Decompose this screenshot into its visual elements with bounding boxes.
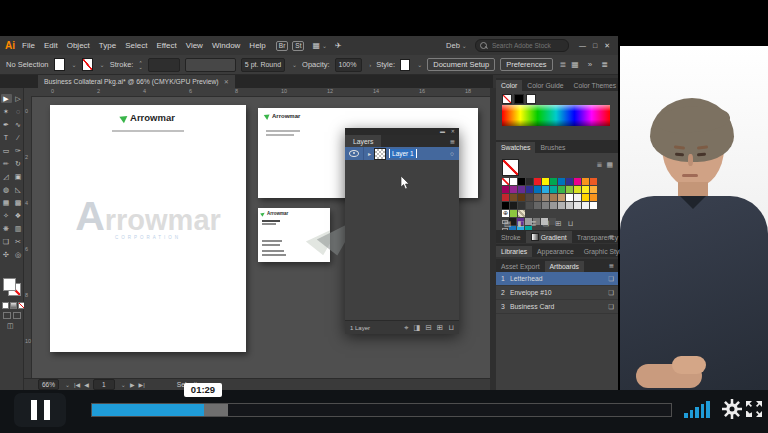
swatch[interactable] <box>574 178 581 185</box>
progress-track[interactable] <box>91 403 672 417</box>
white-chip[interactable] <box>526 94 536 104</box>
swatch[interactable] <box>502 202 509 209</box>
swatch[interactable] <box>534 194 541 201</box>
new-layer-icon[interactable]: ⊞ <box>437 323 443 333</box>
hand-tool[interactable]: ✣ <box>1 250 12 259</box>
panel-menu-icon[interactable]: ≣ <box>609 233 614 241</box>
swatch[interactable] <box>510 202 517 209</box>
fill-proxy-swatch[interactable] <box>3 278 16 291</box>
swatch[interactable] <box>590 178 597 185</box>
tab-brushes[interactable]: Brushes <box>535 142 570 153</box>
brush-definition-dropdown[interactable]: 5 pt. Round <box>241 58 285 72</box>
style-swatch[interactable] <box>400 59 410 71</box>
gradient-mode-icon[interactable] <box>10 302 17 309</box>
none-color-chip[interactable] <box>502 94 512 104</box>
swatch[interactable] <box>574 202 581 209</box>
swatch[interactable] <box>510 178 517 185</box>
close-panel-icon[interactable]: ✕ <box>451 128 455 134</box>
swatch[interactable] <box>550 194 557 201</box>
delete-swatch-icon[interactable]: ⊔ <box>568 219 574 228</box>
swatch[interactable] <box>534 178 541 185</box>
workspace-grid-icon[interactable]: ▦ <box>571 60 579 69</box>
color-mode-icon[interactable] <box>2 302 9 309</box>
swatch[interactable] <box>510 194 517 201</box>
pause-button[interactable] <box>14 393 66 427</box>
close-tab-icon[interactable]: ✕ <box>224 78 229 85</box>
swatch[interactable] <box>542 194 549 201</box>
fill-color-swatch[interactable] <box>54 58 65 71</box>
swatch[interactable] <box>542 202 549 209</box>
swatch-options-icon[interactable]: ≣ <box>530 219 536 228</box>
artboard-item-letterhead[interactable]: 1Letterhead❏ <box>496 272 618 286</box>
align-options-icon[interactable]: ≣ <box>560 60 567 69</box>
swatch[interactable] <box>518 186 525 193</box>
swatch[interactable] <box>542 178 549 185</box>
menu-effect[interactable]: Effect <box>156 41 176 50</box>
share-icon[interactable]: ✈ <box>335 41 342 50</box>
swatch-kinds-icon[interactable]: ◧ <box>517 219 524 228</box>
swatch[interactable] <box>550 186 557 193</box>
menu-window[interactable]: Window <box>212 41 240 50</box>
tab-color[interactable]: Color <box>496 80 522 91</box>
layer-target-icon[interactable]: ○ <box>450 150 454 157</box>
rotate-tool[interactable]: ↻ <box>13 159 24 168</box>
swatch[interactable] <box>518 194 525 201</box>
swatch[interactable] <box>502 186 509 193</box>
type-tool[interactable]: T <box>1 133 12 142</box>
tab-swatches[interactable]: Swatches <box>496 142 535 153</box>
new-sublayer-icon[interactable]: ⊟ <box>426 323 432 333</box>
minimize-button[interactable]: — <box>579 42 586 50</box>
artboard-nav-field[interactable]: 1 <box>93 379 115 390</box>
perspective-grid-tool[interactable]: ◺ <box>13 185 24 194</box>
swatch-libraries-icon[interactable]: ▤ <box>504 219 511 228</box>
swatch[interactable] <box>558 186 565 193</box>
artboard-item-envelope-10[interactable]: 2Envelope #10❏ <box>496 286 618 300</box>
curvature-tool[interactable]: ∿ <box>13 120 24 129</box>
swatch[interactable] <box>582 178 589 185</box>
swatch[interactable] <box>574 194 581 201</box>
document-tab[interactable]: Business Collateral Pkg.ai* @ 66% (CMYK/… <box>38 75 235 88</box>
swatch[interactable] <box>574 186 581 193</box>
swatch[interactable] <box>566 202 573 209</box>
selection-tool[interactable]: ▶ <box>1 94 12 103</box>
expand-layer-icon[interactable]: ▸ <box>368 150 371 157</box>
menu-object[interactable]: Object <box>67 41 90 50</box>
swatch[interactable] <box>558 194 565 201</box>
locate-object-icon[interactable]: ⌖ <box>404 323 408 333</box>
lasso-tool[interactable]: ◌ <box>13 107 24 116</box>
menu-view[interactable]: View <box>186 41 203 50</box>
variable-width-dropdown[interactable] <box>185 58 236 72</box>
previous-artboard-icon[interactable]: ◀ <box>84 381 89 388</box>
layer-name-field[interactable]: Layer 1 <box>389 149 417 158</box>
color-spectrum-bar[interactable] <box>502 105 610 126</box>
search-box[interactable] <box>475 39 569 52</box>
menu-select[interactable]: Select <box>125 41 147 50</box>
registration-swatch[interactable]: ⊕ <box>502 210 509 217</box>
swatch[interactable] <box>526 186 533 193</box>
swatch[interactable] <box>566 194 573 201</box>
menu-edit[interactable]: Edit <box>44 41 58 50</box>
restore-button[interactable]: □ <box>593 42 597 50</box>
collapse-panel-icon[interactable]: ▬ <box>440 128 445 134</box>
document-setup-button[interactable]: Document Setup <box>427 58 495 71</box>
delete-layer-icon[interactable]: ⊔ <box>448 323 454 333</box>
swatch[interactable] <box>510 186 517 193</box>
stroke-weight-dropdown[interactable] <box>148 58 181 72</box>
swatch[interactable] <box>518 202 525 209</box>
swatch[interactable] <box>502 178 509 185</box>
artboard-letterhead[interactable]: Arrowmar Arrowmar CORPORATION <box>50 105 246 352</box>
zoom-tool[interactable]: ◎ <box>13 250 24 259</box>
last-artboard-icon[interactable]: ▶| <box>139 381 145 388</box>
rectangle-tool[interactable]: ▭ <box>1 146 12 155</box>
scale-tool[interactable]: ◿ <box>1 172 12 181</box>
make-clipping-mask-icon[interactable]: ◨ <box>413 323 420 333</box>
menu-type[interactable]: Type <box>99 41 116 50</box>
current-swatch-none[interactable] <box>502 159 519 176</box>
layers-tab[interactable]: Layers <box>345 135 381 147</box>
swatch[interactable] <box>534 186 541 193</box>
first-artboard-icon[interactable]: |◀ <box>74 381 80 388</box>
screen-mode-icon[interactable]: ◫ <box>7 322 14 330</box>
swatch[interactable] <box>590 202 597 209</box>
new-color-group-icon[interactable]: ❏ <box>542 219 549 228</box>
badge-st[interactable]: St <box>292 41 304 51</box>
